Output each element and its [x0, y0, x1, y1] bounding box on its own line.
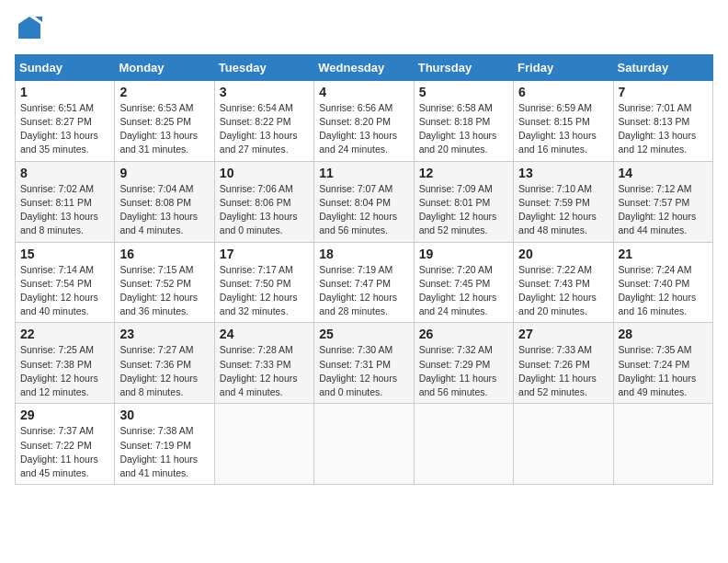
day-number: 16 — [119, 247, 209, 261]
day-number: 13 — [518, 166, 608, 180]
calendar-cell: 1Sunrise: 6:51 AM Sunset: 8:27 PM Daylig… — [16, 80, 115, 161]
calendar-cell: 12Sunrise: 7:09 AM Sunset: 8:01 PM Dayli… — [414, 161, 513, 242]
day-info: Sunrise: 7:37 AM Sunset: 7:22 PM Dayligh… — [20, 424, 109, 480]
calendar-cell: 23Sunrise: 7:27 AM Sunset: 7:36 PM Dayli… — [115, 323, 214, 404]
calendar-week-row: 8Sunrise: 7:02 AM Sunset: 8:11 PM Daylig… — [16, 161, 713, 242]
day-info: Sunrise: 6:58 AM Sunset: 8:18 PM Dayligh… — [419, 101, 508, 157]
day-number: 5 — [419, 85, 508, 99]
calendar-table: SundayMondayTuesdayWednesdayThursdayFrid… — [15, 54, 713, 485]
day-number: 22 — [20, 327, 109, 341]
day-number: 25 — [319, 327, 408, 341]
calendar-cell: 18Sunrise: 7:19 AM Sunset: 7:47 PM Dayli… — [314, 242, 414, 323]
logo-icon — [17, 15, 42, 40]
day-number: 3 — [220, 85, 309, 99]
calendar-cell — [613, 404, 712, 485]
calendar-cell: 30Sunrise: 7:38 AM Sunset: 7:19 PM Dayli… — [115, 404, 214, 485]
day-info: Sunrise: 7:17 AM Sunset: 7:50 PM Dayligh… — [220, 263, 309, 319]
day-info: Sunrise: 7:07 AM Sunset: 8:04 PM Dayligh… — [319, 182, 408, 238]
day-number: 10 — [220, 166, 309, 180]
logo — [15, 15, 42, 45]
day-number: 27 — [518, 327, 608, 341]
day-header: Sunday — [16, 54, 115, 80]
calendar-cell — [214, 404, 313, 485]
day-number: 7 — [619, 85, 708, 99]
calendar-cell — [314, 404, 414, 485]
day-number: 23 — [119, 327, 209, 341]
header — [15, 15, 713, 45]
calendar-cell: 9Sunrise: 7:04 AM Sunset: 8:08 PM Daylig… — [115, 161, 214, 242]
day-number: 4 — [319, 85, 408, 99]
calendar-cell: 10Sunrise: 7:06 AM Sunset: 8:06 PM Dayli… — [214, 161, 313, 242]
day-info: Sunrise: 7:14 AM Sunset: 7:54 PM Dayligh… — [20, 263, 109, 319]
calendar-header-row: SundayMondayTuesdayWednesdayThursdayFrid… — [16, 54, 713, 80]
calendar-cell: 8Sunrise: 7:02 AM Sunset: 8:11 PM Daylig… — [16, 161, 115, 242]
calendar-cell: 2Sunrise: 6:53 AM Sunset: 8:25 PM Daylig… — [115, 80, 214, 161]
calendar-cell: 13Sunrise: 7:10 AM Sunset: 7:59 PM Dayli… — [514, 161, 613, 242]
calendar-body: 1Sunrise: 6:51 AM Sunset: 8:27 PM Daylig… — [16, 80, 713, 484]
day-info: Sunrise: 7:02 AM Sunset: 8:11 PM Dayligh… — [20, 182, 109, 238]
day-header: Thursday — [414, 54, 513, 80]
day-number: 20 — [518, 247, 608, 261]
day-info: Sunrise: 7:20 AM Sunset: 7:45 PM Dayligh… — [419, 263, 508, 319]
day-number: 18 — [319, 247, 408, 261]
day-info: Sunrise: 7:33 AM Sunset: 7:26 PM Dayligh… — [518, 343, 608, 399]
day-info: Sunrise: 7:30 AM Sunset: 7:31 PM Dayligh… — [319, 343, 408, 399]
calendar-cell: 26Sunrise: 7:32 AM Sunset: 7:29 PM Dayli… — [414, 323, 513, 404]
calendar-cell: 29Sunrise: 7:37 AM Sunset: 7:22 PM Dayli… — [16, 404, 115, 485]
day-number: 15 — [20, 247, 109, 261]
day-info: Sunrise: 6:56 AM Sunset: 8:20 PM Dayligh… — [319, 101, 408, 157]
calendar-cell: 16Sunrise: 7:15 AM Sunset: 7:52 PM Dayli… — [115, 242, 214, 323]
day-header: Friday — [514, 54, 613, 80]
day-info: Sunrise: 7:04 AM Sunset: 8:08 PM Dayligh… — [119, 182, 209, 238]
day-info: Sunrise: 7:01 AM Sunset: 8:13 PM Dayligh… — [619, 101, 708, 157]
day-number: 1 — [20, 85, 109, 99]
day-header: Tuesday — [214, 54, 313, 80]
day-info: Sunrise: 7:24 AM Sunset: 7:40 PM Dayligh… — [619, 263, 708, 319]
day-number: 6 — [518, 85, 608, 99]
calendar-week-row: 22Sunrise: 7:25 AM Sunset: 7:38 PM Dayli… — [16, 323, 713, 404]
calendar-week-row: 1Sunrise: 6:51 AM Sunset: 8:27 PM Daylig… — [16, 80, 713, 161]
day-header: Monday — [115, 54, 214, 80]
day-info: Sunrise: 6:59 AM Sunset: 8:15 PM Dayligh… — [518, 101, 608, 157]
calendar-week-row: 15Sunrise: 7:14 AM Sunset: 7:54 PM Dayli… — [16, 242, 713, 323]
calendar-cell: 3Sunrise: 6:54 AM Sunset: 8:22 PM Daylig… — [214, 80, 313, 161]
day-info: Sunrise: 7:28 AM Sunset: 7:33 PM Dayligh… — [220, 343, 309, 399]
calendar-cell: 22Sunrise: 7:25 AM Sunset: 7:38 PM Dayli… — [16, 323, 115, 404]
day-info: Sunrise: 7:15 AM Sunset: 7:52 PM Dayligh… — [119, 263, 209, 319]
calendar-cell: 11Sunrise: 7:07 AM Sunset: 8:04 PM Dayli… — [314, 161, 414, 242]
calendar-cell: 6Sunrise: 6:59 AM Sunset: 8:15 PM Daylig… — [514, 80, 613, 161]
day-header: Saturday — [613, 54, 712, 80]
day-info: Sunrise: 7:27 AM Sunset: 7:36 PM Dayligh… — [119, 343, 209, 399]
day-number: 26 — [419, 327, 508, 341]
day-header: Wednesday — [314, 54, 414, 80]
calendar-cell: 17Sunrise: 7:17 AM Sunset: 7:50 PM Dayli… — [214, 242, 313, 323]
calendar-cell: 15Sunrise: 7:14 AM Sunset: 7:54 PM Dayli… — [16, 242, 115, 323]
day-info: Sunrise: 7:09 AM Sunset: 8:01 PM Dayligh… — [419, 182, 508, 238]
calendar-cell: 24Sunrise: 7:28 AM Sunset: 7:33 PM Dayli… — [214, 323, 313, 404]
calendar-cell: 28Sunrise: 7:35 AM Sunset: 7:24 PM Dayli… — [613, 323, 712, 404]
calendar-cell — [514, 404, 613, 485]
day-info: Sunrise: 7:12 AM Sunset: 7:57 PM Dayligh… — [619, 182, 708, 238]
day-info: Sunrise: 6:53 AM Sunset: 8:25 PM Dayligh… — [119, 101, 209, 157]
day-number: 12 — [419, 166, 508, 180]
day-number: 2 — [119, 85, 209, 99]
calendar-cell: 21Sunrise: 7:24 AM Sunset: 7:40 PM Dayli… — [613, 242, 712, 323]
day-number: 19 — [419, 247, 508, 261]
svg-marker-0 — [18, 17, 40, 39]
calendar-cell — [414, 404, 513, 485]
calendar-cell: 4Sunrise: 6:56 AM Sunset: 8:20 PM Daylig… — [314, 80, 414, 161]
calendar-cell: 19Sunrise: 7:20 AM Sunset: 7:45 PM Dayli… — [414, 242, 513, 323]
day-number: 21 — [619, 247, 708, 261]
day-info: Sunrise: 7:38 AM Sunset: 7:19 PM Dayligh… — [119, 424, 209, 480]
day-info: Sunrise: 7:19 AM Sunset: 7:47 PM Dayligh… — [319, 263, 408, 319]
day-number: 24 — [220, 327, 309, 341]
calendar-cell: 14Sunrise: 7:12 AM Sunset: 7:57 PM Dayli… — [613, 161, 712, 242]
day-info: Sunrise: 7:10 AM Sunset: 7:59 PM Dayligh… — [518, 182, 608, 238]
day-number: 9 — [119, 166, 209, 180]
day-number: 29 — [20, 408, 109, 422]
calendar-cell: 7Sunrise: 7:01 AM Sunset: 8:13 PM Daylig… — [613, 80, 712, 161]
calendar-cell: 20Sunrise: 7:22 AM Sunset: 7:43 PM Dayli… — [514, 242, 613, 323]
calendar-cell: 25Sunrise: 7:30 AM Sunset: 7:31 PM Dayli… — [314, 323, 414, 404]
day-info: Sunrise: 7:25 AM Sunset: 7:38 PM Dayligh… — [20, 343, 109, 399]
day-info: Sunrise: 7:32 AM Sunset: 7:29 PM Dayligh… — [419, 343, 508, 399]
